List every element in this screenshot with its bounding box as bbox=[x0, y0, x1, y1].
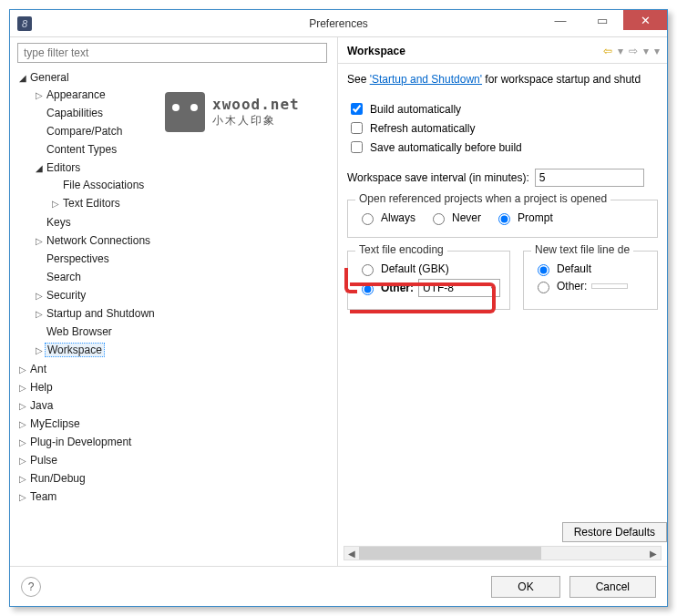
see-link-text: See 'Startup and Shutdown' for workspace… bbox=[347, 73, 658, 86]
tree-item-appearance[interactable]: ▷Appearance bbox=[34, 87, 333, 103]
horizontal-scrollbar[interactable]: ◀ ▶ bbox=[344, 546, 662, 560]
preferences-tree[interactable]: ◢General ▷Appearance Capabilities Compar… bbox=[17, 68, 333, 560]
tree-item-general[interactable]: ◢General bbox=[17, 69, 333, 86]
expand-icon[interactable]: ▷ bbox=[34, 236, 45, 246]
app-icon: 8 bbox=[17, 16, 32, 31]
expand-icon[interactable]: ▷ bbox=[17, 437, 28, 447]
never-radio[interactable]: Never bbox=[428, 210, 481, 225]
tree-item-network[interactable]: ▷Network Connections bbox=[34, 232, 333, 249]
tree-item-rundebug[interactable]: ▷Run/Debug bbox=[17, 470, 333, 487]
encoding-group: Text file encoding Default (GBK) Other: … bbox=[347, 251, 510, 310]
line-default-radio[interactable]: Default bbox=[533, 262, 648, 276]
save-automatically-checkbox[interactable]: Save automatically before build bbox=[347, 139, 658, 156]
preferences-window: 8 Preferences — ▭ ✕ xwood.net 小木人印象 ◢Gen… bbox=[9, 9, 668, 607]
expand-icon[interactable]: ▷ bbox=[34, 90, 45, 100]
expand-icon[interactable]: ▷ bbox=[17, 492, 28, 502]
expand-icon[interactable]: ▷ bbox=[50, 199, 61, 209]
scrollbar-thumb[interactable] bbox=[359, 547, 541, 560]
tree-item-startup[interactable]: ▷Startup and Shutdown bbox=[34, 305, 333, 322]
minimize-button[interactable]: — bbox=[539, 10, 581, 30]
expand-icon[interactable]: ▷ bbox=[17, 419, 28, 429]
expand-icon[interactable]: ▷ bbox=[34, 345, 45, 355]
expand-icon[interactable]: ▷ bbox=[17, 383, 28, 393]
titlebar: 8 Preferences — ▭ ✕ bbox=[10, 10, 667, 37]
left-pane: xwood.net 小木人印象 ◢General ▷Appearance Cap… bbox=[10, 37, 338, 566]
expand-icon[interactable]: ▷ bbox=[17, 401, 28, 411]
restore-defaults-button[interactable]: Restore Defaults bbox=[562, 522, 667, 542]
forward-icon[interactable]: ⇨ bbox=[629, 45, 638, 57]
line-select[interactable] bbox=[591, 283, 628, 289]
back-icon[interactable]: ⇦ bbox=[603, 45, 612, 57]
expand-icon[interactable]: ▷ bbox=[17, 364, 28, 375]
expand-icon[interactable]: ▷ bbox=[34, 291, 45, 301]
expand-icon[interactable]: ◢ bbox=[34, 163, 45, 173]
tree-item-perspectives[interactable]: Perspectives bbox=[34, 251, 333, 267]
tree-item-content-types[interactable]: Content Types bbox=[34, 141, 333, 158]
tree-item-text-editors[interactable]: ▷Text Editors bbox=[50, 195, 333, 211]
right-pane: Workspace ⇦▾ ⇨▾ ▾ See 'Startup and Shutd… bbox=[338, 37, 667, 566]
expand-icon[interactable]: ▷ bbox=[17, 456, 28, 466]
dropdown-icon[interactable]: ▾ bbox=[618, 45, 623, 57]
tree-item-plugin[interactable]: ▷Plug-in Development bbox=[17, 434, 333, 450]
expand-icon[interactable]: ▷ bbox=[17, 474, 28, 484]
chevron-down-icon: ▾ bbox=[491, 283, 496, 293]
encoding-select[interactable]: UTF-8▾ bbox=[418, 279, 500, 297]
tree-item-keys[interactable]: Keys bbox=[34, 214, 333, 231]
close-button[interactable]: ✕ bbox=[623, 10, 667, 30]
help-button[interactable]: ? bbox=[21, 577, 41, 597]
maximize-button[interactable]: ▭ bbox=[581, 10, 623, 30]
tree-item-pulse[interactable]: ▷Pulse bbox=[17, 452, 333, 468]
encoding-default-radio[interactable]: Default (GBK) bbox=[357, 262, 500, 276]
dropdown-icon[interactable]: ▾ bbox=[643, 45, 649, 57]
expand-icon[interactable]: ▷ bbox=[34, 309, 45, 319]
open-referenced-group: Open referenced projects when a project … bbox=[347, 200, 658, 238]
tree-item-editors[interactable]: ◢Editors bbox=[34, 159, 333, 176]
tree-item-compare[interactable]: Compare/Patch bbox=[34, 123, 333, 139]
filter-input[interactable] bbox=[17, 43, 327, 63]
line-delimiter-group: New text file line de Default Other: bbox=[523, 251, 658, 310]
always-radio[interactable]: Always bbox=[357, 210, 415, 225]
dropdown-icon[interactable]: ▾ bbox=[654, 45, 660, 57]
tree-item-capabilities[interactable]: Capabilities bbox=[34, 105, 333, 121]
refresh-automatically-checkbox[interactable]: Refresh automatically bbox=[347, 119, 658, 137]
save-interval-input[interactable] bbox=[535, 169, 644, 187]
tree-item-java[interactable]: ▷Java bbox=[17, 397, 333, 414]
cancel-button[interactable]: Cancel bbox=[569, 576, 656, 598]
scroll-left-icon[interactable]: ◀ bbox=[344, 549, 359, 559]
tree-item-ant[interactable]: ▷Ant bbox=[17, 361, 333, 377]
window-title: Preferences bbox=[309, 17, 368, 30]
tree-item-web-browser[interactable]: Web Browser bbox=[34, 323, 333, 340]
page-nav: ⇦▾ ⇨▾ ▾ bbox=[603, 45, 660, 57]
tree-item-team[interactable]: ▷Team bbox=[17, 488, 333, 505]
page-title: Workspace bbox=[347, 45, 405, 57]
window-controls: — ▭ ✕ bbox=[539, 10, 667, 30]
button-bar: ? OK Cancel bbox=[10, 566, 667, 606]
startup-shutdown-link[interactable]: 'Startup and Shutdown' bbox=[370, 73, 482, 86]
tree-item-help[interactable]: ▷Help bbox=[17, 379, 333, 395]
prompt-radio[interactable]: Prompt bbox=[494, 210, 553, 225]
line-other-radio[interactable]: Other: bbox=[533, 279, 648, 293]
ok-button[interactable]: OK bbox=[491, 576, 559, 598]
tree-item-myeclipse[interactable]: ▷MyEclipse bbox=[17, 416, 333, 432]
tree-item-workspace[interactable]: ▷Workspace bbox=[34, 342, 333, 358]
tree-item-security[interactable]: ▷Security bbox=[34, 287, 333, 303]
build-automatically-checkbox[interactable]: Build automatically bbox=[347, 100, 658, 118]
expand-icon[interactable]: ◢ bbox=[17, 73, 28, 83]
tree-item-search[interactable]: Search bbox=[34, 269, 333, 285]
encoding-other-radio[interactable]: Other: UTF-8▾ bbox=[357, 279, 500, 297]
save-interval-label: Workspace save interval (in minutes): bbox=[347, 171, 529, 184]
scroll-right-icon[interactable]: ▶ bbox=[646, 549, 661, 559]
tree-item-file-associations[interactable]: File Associations bbox=[50, 177, 333, 193]
